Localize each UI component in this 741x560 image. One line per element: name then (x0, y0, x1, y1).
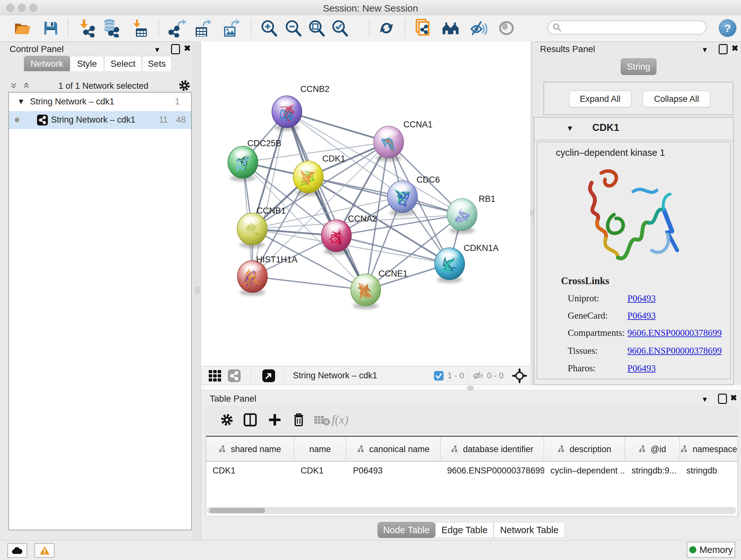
zoom-selected-icon[interactable] (330, 18, 349, 38)
show-columns-icon[interactable] (240, 410, 260, 430)
horizontal-scrollbar[interactable] (207, 507, 736, 514)
collapse-panel-icon[interactable]: ▾ (703, 395, 707, 403)
column-header-@id[interactable]: @id (625, 437, 680, 462)
node-CCNB2[interactable]: CCNB2 (272, 84, 330, 131)
left-splitter-handle[interactable] (195, 287, 199, 293)
cell-database-identifier[interactable]: 9606.ENSP00000378699 (441, 462, 544, 479)
cell-name[interactable]: CDK1 (294, 462, 347, 479)
network-canvas[interactable]: CCNB2CCNA1CDC25BCDK1CDC6RB1CCNB1CCNA2CDK… (201, 42, 531, 366)
node-CCNA1[interactable]: CCNA1 (374, 120, 433, 161)
export-network-icon[interactable] (168, 18, 187, 38)
edge-CCNB2-CCNE1[interactable] (287, 112, 366, 290)
expand-all-icon[interactable]: » (21, 82, 30, 88)
warning-button[interactable] (35, 543, 55, 558)
tab-node-table[interactable]: Node Table (378, 522, 435, 538)
hide-selected-icon[interactable] (469, 18, 488, 38)
column-header-name[interactable]: name (294, 437, 347, 462)
tab-network[interactable]: Network (24, 56, 70, 71)
tab-string[interactable]: String (621, 58, 657, 75)
edge-CCNB2-CCNA1[interactable] (287, 112, 389, 142)
cloud-button[interactable] (7, 543, 27, 558)
cell-shared-name[interactable]: CDK1 (206, 462, 294, 479)
delete-table-icon[interactable] (312, 410, 332, 430)
cell-canonical-name[interactable]: P06493 (347, 462, 441, 479)
collapse-all-button[interactable]: Collapse All (643, 91, 711, 107)
right-splitter[interactable] (531, 42, 534, 385)
delete-column-icon[interactable] (288, 410, 309, 430)
node-count: 11 (159, 115, 168, 125)
edge-CCNB2-HIST1H1A[interactable] (253, 112, 287, 276)
fit-content-crosshair-icon[interactable] (512, 369, 527, 383)
expand-all-button[interactable]: Expand All (569, 91, 631, 107)
crosslink-value-4[interactable]: P06493 (627, 363, 656, 374)
node-RB1[interactable]: RB1 (447, 194, 495, 234)
memory-button[interactable]: Memory (687, 542, 735, 558)
tab-edge-table[interactable]: Edge Table (435, 522, 494, 538)
collapse-panel-icon[interactable]: ▾ (703, 45, 707, 54)
column-header-database-identifier[interactable]: database identifier (441, 437, 544, 462)
apply-layout-icon[interactable] (377, 18, 396, 38)
node-CDC6[interactable]: CDC6 (387, 175, 440, 216)
column-header-canonical-name[interactable]: canonical name (347, 437, 441, 462)
close-panel-icon[interactable]: ✖ (730, 394, 737, 402)
show-all-icon[interactable] (497, 18, 516, 38)
results-actions-box: Expand All Collapse All (543, 82, 733, 115)
network-tree-selected-row[interactable]: String Network – cdk1 11 48 (9, 111, 191, 129)
zoom-fit-icon[interactable] (307, 18, 326, 38)
show-grid-icon[interactable] (208, 369, 222, 383)
float-panel-icon[interactable] (719, 44, 728, 54)
scrollbar-thumb[interactable] (209, 508, 265, 513)
zoom-out-icon[interactable] (284, 18, 302, 38)
tab-sets[interactable]: Sets (142, 56, 172, 71)
string-network-graph[interactable]: CCNB2CCNA1CDC25BCDK1CDC6RB1CCNB1CCNA2CDK… (201, 42, 531, 366)
help-button[interactable]: ? (719, 19, 737, 37)
crosslink-value-2[interactable]: 9606.ENSP00000378699 (627, 327, 722, 338)
crosslink-value-3[interactable]: 9606.ENSP00000378699 (627, 346, 722, 356)
save-session-icon[interactable] (42, 18, 60, 38)
cell-namespace[interactable]: stringdb (680, 462, 738, 479)
close-panel-icon[interactable]: ✖ (184, 44, 191, 52)
gear-icon[interactable] (178, 79, 191, 92)
tab-select[interactable]: Select (104, 56, 142, 71)
export-table-icon[interactable] (193, 18, 212, 38)
crosslink-value-1[interactable]: P06493 (627, 310, 656, 321)
node-CDKN1A[interactable]: CDKN1A (434, 243, 499, 283)
cell-@id[interactable]: stringdb:9... (625, 462, 680, 479)
network-tree-root-row[interactable]: ▼ String Network – cdk1 1 (9, 96, 191, 109)
left-splitter[interactable] (193, 42, 201, 540)
cdk1-section-header[interactable]: ▼ CDK1 (534, 118, 733, 140)
tab-style[interactable]: Style (70, 56, 104, 71)
column-header-namespace[interactable]: namespace (680, 437, 738, 462)
float-panel-icon[interactable] (718, 394, 727, 404)
tree-expand-caret[interactable]: ▼ (17, 97, 25, 106)
import-network-database-icon[interactable] (102, 18, 120, 38)
cell-description[interactable]: cyclin–dependent ... (544, 462, 625, 479)
column-header-description[interactable]: description (544, 437, 625, 462)
home-networks-icon[interactable] (441, 18, 460, 38)
column-header-shared-name[interactable]: shared name (206, 437, 294, 462)
collapse-panel-icon[interactable]: ▾ (155, 45, 159, 54)
function-builder-icon[interactable]: f(x) (332, 413, 348, 427)
export-image-icon[interactable] (222, 18, 240, 38)
crosslink-value-0[interactable]: P06493 (627, 293, 656, 304)
hidden-eye-icon[interactable] (472, 369, 484, 383)
add-column-icon[interactable] (265, 410, 285, 430)
float-panel-icon[interactable] (171, 44, 180, 54)
import-network-file-icon[interactable] (78, 18, 96, 38)
node-HIST1H1A[interactable]: HIST1H1A (238, 255, 297, 296)
clone-network-icon[interactable] (414, 18, 432, 38)
edge-HIST1H1A-CCNE1[interactable] (253, 276, 366, 290)
open-session-icon[interactable] (13, 18, 32, 38)
tab-network-table[interactable]: Network Table (494, 522, 565, 538)
selected-checkbox-icon[interactable] (434, 369, 444, 383)
horizontal-splitter-handle[interactable] (467, 386, 474, 390)
import-table-icon[interactable] (131, 18, 149, 38)
close-panel-icon[interactable]: ✖ (731, 44, 738, 52)
section-caret-icon[interactable]: ▼ (566, 124, 574, 133)
table-gear-icon[interactable] (217, 410, 237, 430)
collapse-all-icon[interactable]: » (10, 82, 19, 88)
zoom-in-icon[interactable] (259, 18, 278, 38)
network-badge-icon[interactable] (228, 369, 241, 383)
birds-eye-view-icon[interactable] (262, 369, 275, 383)
search-input[interactable] (548, 20, 706, 35)
